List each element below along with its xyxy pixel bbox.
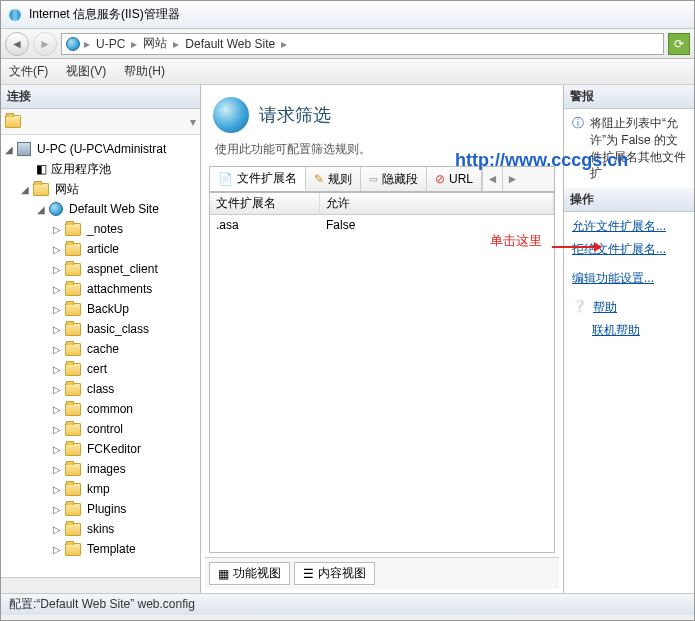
tree-folder[interactable]: ▷Plugins bbox=[1, 499, 200, 519]
page-description: 使用此功能可配置筛选规则。 bbox=[205, 141, 559, 166]
table-row[interactable]: .asa False bbox=[210, 215, 554, 235]
tree-folder[interactable]: ▷article bbox=[1, 239, 200, 259]
alert-text: 将阻止列表中“允许”为 False 的文件扩展名其他文件扩 bbox=[590, 115, 686, 182]
tree-folder[interactable]: ▷cache bbox=[1, 339, 200, 359]
col-allow[interactable]: 允许 bbox=[320, 193, 554, 214]
tab-scroll-right[interactable]: ► bbox=[502, 167, 522, 191]
tab-hidden-segments[interactable]: ▭隐藏段 bbox=[361, 167, 427, 191]
tree-folder[interactable]: ▷Template bbox=[1, 539, 200, 559]
window-title: Internet 信息服务(IIS)管理器 bbox=[29, 6, 180, 23]
folder-open-icon[interactable] bbox=[5, 114, 21, 130]
chevron-right-icon: ▸ bbox=[131, 37, 137, 51]
tree-folder[interactable]: ▷skins bbox=[1, 519, 200, 539]
tree-folder[interactable]: ▷cert bbox=[1, 359, 200, 379]
collapse-icon[interactable]: ◢ bbox=[35, 204, 47, 215]
collapse-icon[interactable]: ◢ bbox=[19, 184, 31, 195]
tab-url[interactable]: ⊘URL bbox=[427, 167, 482, 191]
menu-view[interactable]: 视图(V) bbox=[66, 63, 106, 80]
actions-header: 操作 bbox=[564, 188, 694, 212]
expand-icon[interactable]: ▷ bbox=[51, 244, 63, 255]
edit-feature-settings-link[interactable]: 编辑功能设置... bbox=[572, 270, 686, 287]
folder-icon bbox=[65, 323, 81, 336]
tree-server[interactable]: U-PC (U-PC\Administrat bbox=[37, 142, 166, 156]
expand-icon[interactable]: ▷ bbox=[51, 484, 63, 495]
address-bar[interactable]: ▸ U-PC ▸ 网站 ▸ Default Web Site ▸ bbox=[61, 33, 664, 55]
crumb-sites[interactable]: 网站 bbox=[141, 35, 169, 52]
crumb-site[interactable]: Default Web Site bbox=[183, 37, 277, 51]
expand-icon[interactable]: ▷ bbox=[51, 464, 63, 475]
tree-folder-label: kmp bbox=[87, 482, 110, 496]
tab-scroll-left[interactable]: ◄ bbox=[482, 167, 502, 191]
tree-folder-label: _notes bbox=[87, 222, 123, 236]
tree-folder[interactable]: ▷aspnet_client bbox=[1, 259, 200, 279]
tree-folder-label: skins bbox=[87, 522, 114, 536]
tree-sites[interactable]: 网站 bbox=[55, 181, 79, 198]
globe-icon bbox=[49, 202, 63, 216]
tree-folder[interactable]: ▷FCKeditor bbox=[1, 439, 200, 459]
tree-folder[interactable]: ▷control bbox=[1, 419, 200, 439]
toolbar-more-icon[interactable]: ▾ bbox=[190, 115, 196, 129]
tree-folder[interactable]: ▷attachments bbox=[1, 279, 200, 299]
expand-icon[interactable]: ▷ bbox=[51, 524, 63, 535]
tree-folder[interactable]: ▷kmp bbox=[1, 479, 200, 499]
col-extension[interactable]: 文件扩展名 bbox=[210, 193, 320, 214]
tree-folder-label: BackUp bbox=[87, 302, 129, 316]
expand-icon[interactable]: ▷ bbox=[51, 264, 63, 275]
help-link[interactable]: 帮助 bbox=[593, 299, 617, 316]
tree-folder[interactable]: ▷common bbox=[1, 399, 200, 419]
expand-icon[interactable]: ▷ bbox=[51, 324, 63, 335]
folder-icon bbox=[65, 463, 81, 476]
tree-default-site[interactable]: Default Web Site bbox=[69, 202, 159, 216]
expand-icon[interactable]: ▷ bbox=[51, 504, 63, 515]
content-view-tab[interactable]: ☰内容视图 bbox=[294, 562, 375, 585]
tree-folder[interactable]: ▷BackUp bbox=[1, 299, 200, 319]
folder-icon bbox=[65, 243, 81, 256]
chevron-right-icon: ▸ bbox=[84, 37, 90, 51]
url-icon: ⊘ bbox=[435, 172, 445, 186]
tree-folder[interactable]: ▷basic_class bbox=[1, 319, 200, 339]
online-help-link[interactable]: 联机帮助 bbox=[592, 322, 686, 339]
apppool-icon: ◧ bbox=[33, 161, 49, 177]
allow-extension-link[interactable]: 允许文件扩展名... bbox=[572, 218, 686, 235]
expand-icon[interactable]: ▷ bbox=[51, 284, 63, 295]
expand-icon[interactable]: ▷ bbox=[51, 364, 63, 375]
crumb-root[interactable]: U-PC bbox=[94, 37, 127, 51]
tree-folder[interactable]: ▷_notes bbox=[1, 219, 200, 239]
features-view-tab[interactable]: ▦功能视图 bbox=[209, 562, 290, 585]
connections-tree[interactable]: ◢U-PC (U-PC\Administrat ◧应用程序池 ◢网站 ◢Defa… bbox=[1, 135, 200, 577]
folder-icon bbox=[65, 383, 81, 396]
nav-back-button[interactable]: ◄ bbox=[5, 32, 29, 56]
folder-icon bbox=[65, 403, 81, 416]
help-icon: ❔ bbox=[572, 299, 587, 316]
tab-file-extensions[interactable]: 📄文件扩展名 bbox=[210, 167, 306, 191]
expand-icon[interactable]: ▷ bbox=[51, 304, 63, 315]
expand-icon[interactable]: ▷ bbox=[51, 424, 63, 435]
tree-folder[interactable]: ▷class bbox=[1, 379, 200, 399]
tab-rules[interactable]: ✎规则 bbox=[306, 167, 361, 191]
info-icon: ⓘ bbox=[572, 115, 584, 182]
menu-file[interactable]: 文件(F) bbox=[9, 63, 48, 80]
cell-ext: .asa bbox=[210, 215, 320, 235]
tree-folder[interactable]: ▷images bbox=[1, 459, 200, 479]
chevron-right-icon: ▸ bbox=[281, 37, 287, 51]
menu-help[interactable]: 帮助(H) bbox=[124, 63, 165, 80]
expand-icon[interactable]: ▷ bbox=[51, 544, 63, 555]
list-icon: ☰ bbox=[303, 567, 314, 581]
tree-folder-label: class bbox=[87, 382, 114, 396]
refresh-button[interactable]: ⟳ bbox=[668, 33, 690, 55]
expand-icon[interactable]: ▷ bbox=[51, 404, 63, 415]
expand-icon[interactable]: ▷ bbox=[51, 444, 63, 455]
expand-icon[interactable]: ▷ bbox=[51, 224, 63, 235]
segment-icon: ▭ bbox=[369, 174, 378, 184]
folder-icon bbox=[65, 443, 81, 456]
deny-extension-link[interactable]: 拒绝文件扩展名... bbox=[572, 241, 686, 258]
app-icon bbox=[7, 7, 23, 23]
collapse-icon[interactable]: ◢ bbox=[3, 144, 15, 155]
expand-icon[interactable]: ▷ bbox=[51, 384, 63, 395]
scrollbar-h[interactable] bbox=[1, 577, 200, 593]
tree-folder-label: aspnet_client bbox=[87, 262, 158, 276]
extensions-grid[interactable]: 文件扩展名 允许 .asa False bbox=[209, 192, 555, 553]
expand-icon[interactable]: ▷ bbox=[51, 344, 63, 355]
tree-folder-label: basic_class bbox=[87, 322, 149, 336]
tree-apppool[interactable]: 应用程序池 bbox=[51, 161, 111, 178]
